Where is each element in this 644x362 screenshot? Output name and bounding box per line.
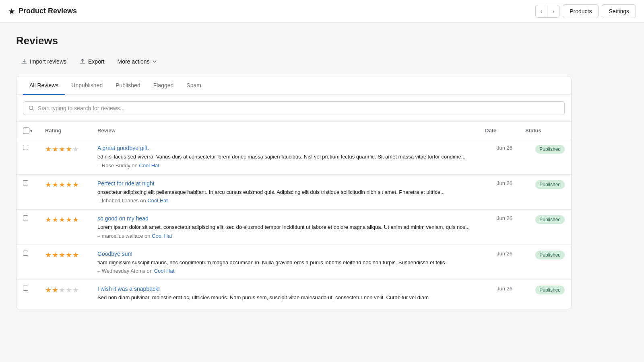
row-status-cell: Published xyxy=(519,210,571,245)
row-rating-cell: ★★★★★ xyxy=(39,245,91,280)
row-date-cell: Jun 26 xyxy=(479,245,519,280)
product-link[interactable]: Cool Hat xyxy=(147,197,168,204)
row-checkbox-3[interactable] xyxy=(23,251,28,256)
export-button[interactable]: Export xyxy=(74,55,109,68)
row-date-cell: Jun 26 xyxy=(479,174,519,210)
product-link[interactable]: Cool Hat xyxy=(154,268,175,274)
review-title-link[interactable]: Goodbye sun! xyxy=(97,251,132,257)
search-field-wrap xyxy=(23,101,565,115)
star-4: ★ xyxy=(66,146,72,153)
row-status-cell: Published xyxy=(519,139,571,175)
select-all-checkbox[interactable] xyxy=(23,128,29,134)
products-button[interactable]: Products xyxy=(563,4,599,18)
status-badge: Published xyxy=(535,180,565,189)
export-icon xyxy=(79,58,86,65)
search-wrap xyxy=(17,95,571,122)
star-3: ★ xyxy=(59,181,65,188)
row-date-cell: Jun 26 xyxy=(479,280,519,309)
star-4: ★ xyxy=(66,181,72,188)
product-link[interactable]: Cool Hat xyxy=(152,233,172,239)
star-1: ★ xyxy=(45,146,52,153)
header-rating: Rating xyxy=(39,122,91,139)
more-actions-label: More actions xyxy=(118,58,150,65)
stars: ★★★★★ xyxy=(45,251,85,259)
row-checkbox-1[interactable] xyxy=(23,180,28,185)
header-review: Review xyxy=(91,122,479,139)
star-5: ★ xyxy=(72,216,79,223)
row-review-cell: Goodbye sun! tiam dignissim suscipit mau… xyxy=(91,245,479,280)
row-rating-cell: ★★★★★ xyxy=(39,139,91,175)
row-status-cell: Published xyxy=(519,245,571,280)
chevron-down-icon xyxy=(152,59,157,64)
row-checkbox-cell xyxy=(17,245,39,280)
import-reviews-button[interactable]: Import reviews xyxy=(16,55,71,68)
app-title: Product Reviews xyxy=(19,7,77,15)
app-brand: ★ Product Reviews xyxy=(8,6,77,16)
row-checkbox-0[interactable] xyxy=(23,145,28,150)
table-row: ★★★★★ A great goodbye gift. ed nisi lacu… xyxy=(17,139,571,175)
status-badge: Published xyxy=(535,286,565,294)
import-reviews-label: Import reviews xyxy=(30,58,66,65)
star-2: ★ xyxy=(52,146,58,153)
star-icon: ★ xyxy=(8,6,15,16)
review-author: – Wednesday Atoms on Cool Hat xyxy=(97,268,472,274)
search-input[interactable] xyxy=(38,105,559,111)
row-checkbox-cell xyxy=(17,139,39,175)
review-title-link[interactable]: I wish it was a snapback! xyxy=(97,286,160,292)
tab-unpublished[interactable]: Unpublished xyxy=(65,76,109,95)
row-checkbox-cell xyxy=(17,210,39,245)
checkbox-dropdown-icon[interactable]: ▾ xyxy=(30,129,32,133)
status-badge: Published xyxy=(535,145,565,154)
product-link[interactable]: Cool Hat xyxy=(139,162,159,169)
star-4: ★ xyxy=(66,216,72,223)
settings-button[interactable]: Settings xyxy=(602,4,636,18)
next-arrow-button[interactable]: › xyxy=(547,5,559,17)
page-title: Reviews xyxy=(16,35,572,47)
star-2: ★ xyxy=(52,286,58,294)
review-author: – marcellus wallace on Cool Hat xyxy=(97,233,472,239)
review-title-link[interactable]: Perfect for ride at night xyxy=(97,180,155,187)
tab-published[interactable]: Published xyxy=(109,76,147,95)
tab-spam[interactable]: Spam xyxy=(180,76,208,95)
row-checkbox-4[interactable] xyxy=(23,286,28,291)
row-checkbox-cell xyxy=(17,280,39,309)
star-2: ★ xyxy=(52,181,58,188)
header-date: Date xyxy=(479,122,519,139)
star-4: ★ xyxy=(66,286,72,294)
star-1: ★ xyxy=(45,216,52,223)
row-checkbox-cell xyxy=(17,174,39,210)
row-date-cell: Jun 26 xyxy=(479,139,519,175)
review-body-text: Lorem ipsum dolor sit amet, consectetur … xyxy=(97,223,472,231)
nav-arrows: ‹ › xyxy=(535,5,559,18)
search-icon xyxy=(28,105,35,111)
row-review-cell: so good on my head Lorem ipsum dolor sit… xyxy=(91,210,479,245)
reviews-card: All Reviews Unpublished Published Flagge… xyxy=(16,76,572,309)
table-row: ★★★★★ I wish it was a snapback! Sed non … xyxy=(17,280,571,309)
row-rating-cell: ★★★★★ xyxy=(39,174,91,210)
stars: ★★★★★ xyxy=(45,180,85,188)
star-5: ★ xyxy=(72,181,79,188)
header-checkbox: ▾ xyxy=(17,122,39,139)
review-author: – Ichabod Cranes on Cool Hat xyxy=(97,197,472,204)
star-3: ★ xyxy=(59,146,65,153)
table-header-row: ▾ Rating Review Date Status xyxy=(17,122,571,139)
review-body-text: tiam dignissim suscipit mauris, nec cond… xyxy=(97,259,472,267)
review-title-link[interactable]: so good on my head xyxy=(97,215,149,222)
row-checkbox-2[interactable] xyxy=(23,215,28,220)
star-3: ★ xyxy=(59,286,65,294)
more-actions-button[interactable]: More actions xyxy=(113,55,162,68)
star-1: ★ xyxy=(45,286,52,294)
tab-all-reviews[interactable]: All Reviews xyxy=(23,76,65,95)
row-status-cell: Published xyxy=(519,174,571,210)
review-title-link[interactable]: A great goodbye gift. xyxy=(97,145,149,151)
row-date-cell: Jun 26 xyxy=(479,210,519,245)
table-row: ★★★★★ Perfect for ride at night onsectet… xyxy=(17,174,571,210)
review-author: – Rose Buddy on Cool Hat xyxy=(97,162,472,169)
review-body-text: Sed non diam pulvinar, molestie erat ac,… xyxy=(97,294,472,302)
page-content: Reviews Import reviews Export More actio… xyxy=(0,23,588,321)
export-label: Export xyxy=(88,58,104,65)
prev-arrow-button[interactable]: ‹ xyxy=(536,5,548,17)
review-body-text: ed nisi lacus sed viverra. Varius duis a… xyxy=(97,153,472,161)
tab-flagged[interactable]: Flagged xyxy=(147,76,180,95)
table-row: ★★★★★ so good on my head Lorem ipsum dol… xyxy=(17,210,571,245)
